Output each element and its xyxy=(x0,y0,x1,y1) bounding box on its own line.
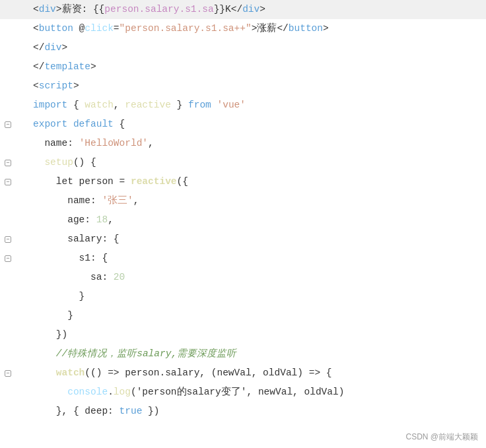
code-line-7: − export default { xyxy=(0,115,486,134)
line-11-text: name: '张三', xyxy=(29,192,486,210)
fold-btn-9[interactable]: − xyxy=(5,160,11,166)
line-21-text: console.log('person的salary变了', newVal, o… xyxy=(29,383,486,401)
gutter-14: − xyxy=(0,255,20,262)
line-10-text: let person = reactive({ xyxy=(29,173,486,191)
watermark: CSDN @前端大颖颖 xyxy=(405,432,478,443)
fold-btn-13[interactable]: − xyxy=(5,236,11,243)
code-line-20: − watch(() => person.salary, (newVal, ol… xyxy=(0,364,486,383)
code-line-2: <button @click="person.salary.s1.sa++">涨… xyxy=(0,19,486,38)
code-line-19: //特殊情况，监听salary,需要深度监听 xyxy=(0,344,486,364)
code-line-5: <script> xyxy=(0,77,486,96)
code-line-11: name: '张三', xyxy=(0,191,486,210)
code-line-3: </div> xyxy=(0,38,486,57)
line-15-text: sa: 20 xyxy=(29,269,486,286)
line-19-text: //特殊情况，监听salary,需要深度监听 xyxy=(29,345,486,363)
fold-btn-14[interactable]: − xyxy=(5,255,11,262)
line-4-text: </template> xyxy=(29,58,486,76)
code-line-15: sa: 20 xyxy=(0,268,486,287)
code-editor: <div>薪资: {{person.salary.s1.sa}}K</div> … xyxy=(0,0,486,448)
line-14-text: s1: { xyxy=(29,249,486,267)
code-line-21: console.log('person的salary变了', newVal, o… xyxy=(0,383,486,402)
gutter-13: − xyxy=(0,236,20,243)
gutter-7: − xyxy=(0,121,20,128)
line-20-text: watch(() => person.salary, (newVal, oldV… xyxy=(29,364,486,382)
code-line-17: } xyxy=(0,306,486,325)
code-line-14: − s1: { xyxy=(0,249,486,268)
line-7-text: export default { xyxy=(29,115,486,133)
fold-btn-7[interactable]: − xyxy=(5,121,11,128)
line-16-text: } xyxy=(29,288,486,305)
line-8-text: name: 'HelloWorld', xyxy=(29,135,486,152)
line-17-text: } xyxy=(29,307,486,325)
line-18-text: }) xyxy=(29,326,486,344)
gutter-20: − xyxy=(0,370,20,377)
line-12-text: age: 18, xyxy=(29,211,486,229)
code-line-1: <div>薪资: {{person.salary.s1.sa}}K</div> xyxy=(0,0,486,19)
code-line-22: }, { deep: true }) xyxy=(0,402,486,421)
line-6-text: import { watch, reactive } from 'vue' xyxy=(29,96,486,114)
line-9-text: setup() { xyxy=(29,154,486,172)
line-2-text: <button @click="person.salary.s1.sa++">涨… xyxy=(29,20,486,38)
code-line-12: age: 18, xyxy=(0,210,486,230)
fold-btn-10[interactable]: − xyxy=(5,179,11,185)
code-line-10: − let person = reactive({ xyxy=(0,172,486,191)
fold-btn-20[interactable]: − xyxy=(5,370,11,377)
code-line-8: name: 'HelloWorld', xyxy=(0,134,486,153)
line-1-text: <div>薪资: {{person.salary.s1.sa}}K</div> xyxy=(29,1,486,18)
code-line-13: − salary: { xyxy=(0,230,486,249)
code-line-6: import { watch, reactive } from 'vue' xyxy=(0,96,486,115)
line-3-text: </div> xyxy=(29,39,486,57)
code-line-18: }) xyxy=(0,325,486,344)
gutter-9: − xyxy=(0,160,20,166)
code-line-9: − setup() { xyxy=(0,153,486,172)
code-line-4: </template> xyxy=(0,57,486,77)
gutter-10: − xyxy=(0,179,20,185)
code-lines: <div>薪资: {{person.salary.s1.sa}}K</div> … xyxy=(0,0,486,421)
line-22-text: }, { deep: true }) xyxy=(29,402,486,420)
line-5-text: <script> xyxy=(29,77,486,95)
line-13-text: salary: { xyxy=(29,230,486,248)
code-line-16: } xyxy=(0,287,486,306)
